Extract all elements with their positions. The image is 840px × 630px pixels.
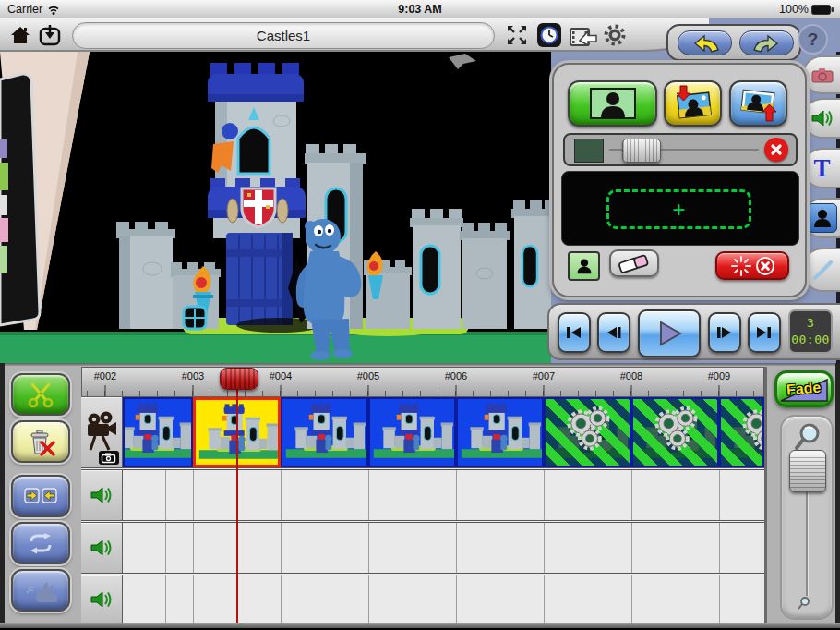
toolbar: Castles1 (0, 18, 709, 52)
battery-percent: 100% (779, 3, 809, 16)
audio-track-3[interactable] (123, 575, 764, 623)
foreground-mode-button[interactable] (568, 80, 657, 127)
skip-to-end-button[interactable] (748, 312, 781, 353)
skip-to-start-button[interactable] (558, 312, 591, 353)
delete-frame-button[interactable] (11, 420, 70, 463)
key-color-swatch[interactable] (574, 139, 604, 163)
timeline-ruler[interactable]: #002#003#004#005#006#007#008#009 (81, 367, 764, 397)
export-background-button[interactable] (729, 80, 787, 127)
join-frames-button[interactable] (11, 475, 70, 517)
castle-thumbnail (123, 399, 193, 466)
rabbit-icon (24, 577, 57, 603)
timeline-top-edge (0, 363, 840, 366)
tab-audio[interactable] (802, 98, 840, 139)
next-frame-button[interactable] (708, 312, 741, 353)
frame-thumbnail-002[interactable] (123, 397, 193, 467)
help-label: ? (808, 30, 819, 50)
processing-gears-icon (721, 399, 764, 466)
project-title: Castles1 (257, 28, 310, 43)
key-slider-thumb[interactable] (622, 139, 661, 163)
sparkle-icon (730, 255, 752, 277)
tab-paint[interactable] (802, 248, 840, 292)
status-bar: Carrier 9:03 AM 100% (0, 0, 840, 19)
ruler-label: #007 (523, 370, 564, 382)
play-button[interactable] (638, 309, 701, 357)
camera-icon (811, 67, 834, 83)
cut-button[interactable] (11, 373, 70, 416)
speaker-icon (810, 108, 834, 128)
time-lapse-button[interactable] (537, 23, 561, 47)
movie-camera-icon (86, 411, 117, 454)
frame-thumbnail-008[interactable] (631, 397, 719, 467)
speaker-icon (90, 485, 114, 505)
ruler-label: #009 (699, 370, 739, 382)
settings-button[interactable] (602, 22, 628, 48)
help-button[interactable]: ? (798, 24, 828, 55)
redo-button[interactable] (739, 30, 794, 55)
ruler-label: #002 (85, 370, 126, 382)
film-export-icon (569, 23, 598, 47)
ruler-label: #003 (173, 370, 213, 382)
ruler-label: #005 (348, 370, 389, 382)
export-movie-button[interactable] (569, 22, 598, 48)
import-icon (38, 23, 62, 47)
frame-thumbnail-006[interactable] (456, 397, 544, 467)
silhouette-tool-button[interactable] (568, 251, 600, 281)
loop-playback-button[interactable] (11, 522, 70, 564)
add-background-dropzone[interactable]: + (606, 189, 751, 229)
clock-time: 9:03 AM (0, 3, 840, 16)
previous-frame-button[interactable] (597, 312, 630, 353)
playhead-scrubber[interactable] (220, 368, 258, 390)
undo-button[interactable] (678, 30, 732, 55)
frame-thumbnail-007[interactable] (544, 397, 631, 467)
eraser-tool-button[interactable] (609, 249, 659, 277)
foreground-silhouette-icon (582, 86, 643, 121)
home-button[interactable] (7, 22, 33, 48)
audio-track-header-1[interactable] (81, 470, 123, 520)
person-chip (808, 203, 837, 233)
frame-thumbnail-005[interactable] (368, 397, 456, 467)
frame-thumbnail-004[interactable] (281, 397, 368, 467)
plus-label: + (672, 197, 685, 223)
x-badge (756, 257, 774, 275)
tab-camera[interactable] (802, 55, 840, 94)
ruler-label: #006 (436, 370, 476, 382)
processing-gears-icon (633, 399, 717, 466)
camera-badge-icon (99, 451, 119, 465)
fade-button[interactable]: Fade (774, 370, 834, 407)
import-background-button[interactable] (664, 80, 722, 127)
frame-counter: 3 00:00 (788, 309, 833, 354)
ruler-label: #008 (611, 370, 652, 382)
timecode: 00:00 (790, 332, 831, 348)
key-delete-button[interactable] (764, 138, 788, 162)
person-silhouette-icon (811, 207, 834, 229)
tab-chroma-key[interactable] (802, 198, 840, 238)
playback-bar: 3 00:00 (547, 303, 840, 360)
frames-right-border (764, 367, 767, 623)
import-button[interactable] (37, 22, 63, 48)
zoom-slider-thumb[interactable] (789, 450, 826, 492)
audio-track-header-2[interactable] (81, 523, 123, 573)
frame-strip (123, 397, 764, 467)
clear-key-button[interactable] (715, 251, 789, 280)
castle-thumbnail (282, 399, 366, 466)
undo-redo-group (666, 24, 801, 61)
tab-text[interactable]: T (802, 148, 840, 188)
gear-icon (603, 23, 627, 47)
project-title-field[interactable]: Castles1 (72, 22, 495, 49)
frame-thumbnail-009[interactable] (719, 397, 764, 467)
castle-thumbnail (370, 399, 454, 466)
merge-arrows-icon (24, 486, 57, 506)
background-drop-area: + (561, 171, 799, 246)
chroma-key-panel: + (552, 63, 807, 297)
background-export-icon (739, 85, 778, 122)
playback-speed-button[interactable] (11, 569, 70, 612)
loop-icon (25, 532, 56, 554)
audio-track-1[interactable] (123, 470, 764, 520)
video-track-header[interactable] (81, 397, 123, 467)
fullscreen-button[interactable] (504, 22, 530, 48)
audio-track-2[interactable] (123, 523, 764, 573)
text-tool-label: T (813, 156, 830, 181)
clock-icon (537, 23, 561, 47)
audio-track-header-3[interactable] (81, 575, 123, 623)
